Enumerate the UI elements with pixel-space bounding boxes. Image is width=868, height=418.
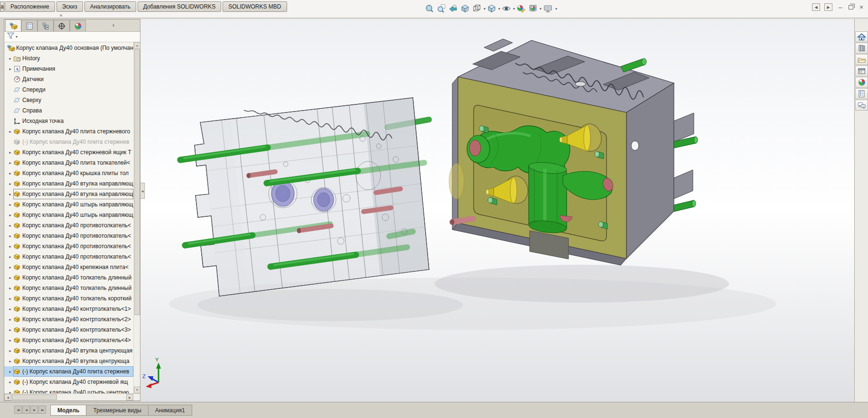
forum-icon[interactable] [855,100,868,111]
expand-arrow[interactable]: ▸ [7,349,13,353]
expand-arrow[interactable]: ▸ [7,297,13,301]
tree-item[interactable]: ▸Корпус клапана Ду40 противотолкатель< [4,251,133,262]
appearances-scenes-icon[interactable] [855,77,868,88]
filter-icon[interactable] [7,32,15,41]
collapse-pane-left-button[interactable]: ◀ [812,3,820,11]
tree-item[interactable]: ▸History [4,53,133,64]
tree-item[interactable]: ▸Корпус клапана Ду40 крепежная плита< [4,262,133,272]
tree-item[interactable]: ▸Корпус клапана Ду40 штырь направляющ [4,210,133,220]
tree-item[interactable]: ▸Корпус клапана Ду40 плита толкателей< [4,158,133,168]
previous-tab-button[interactable]: ◀ [22,406,30,414]
tab-featuremanager[interactable] [5,19,21,31]
display-style-dropdown[interactable]: ▾ [498,7,500,11]
tree-item[interactable]: ▸Корпус клапана Ду40 контртолкатель<4> [4,335,133,345]
zoom-to-area-icon[interactable] [436,3,447,14]
expand-arrow[interactable]: ▸ [7,317,13,322]
expand-arrow[interactable]: ▸ [7,203,13,207]
commandmanager-handle-dot[interactable] [60,14,62,17]
close-button[interactable]: × [858,4,865,10]
graphics-viewport[interactable]: Y Z ◀ [140,19,854,402]
tab-3d-views[interactable]: Трехмерные виды [86,405,148,416]
file-explorer-icon[interactable] [855,65,868,76]
tab-animation1[interactable]: Анимация1 [149,405,192,416]
expand-arrow[interactable]: ▸ [7,150,13,155]
tree-item[interactable]: Спереди [4,84,133,95]
zoom-to-fit-icon[interactable] [424,3,435,14]
tree-item[interactable]: ▸Корпус клапана Ду40 втулка направляющ [4,189,133,199]
menu-tab-evaluate[interactable]: Анализировать [84,1,136,12]
menu-tab-addins[interactable]: Добавления SOLIDWORKS [138,1,222,12]
tree-item[interactable]: ▸Корпус клапана Ду40 крышка плиты тол [4,168,133,178]
design-library-icon[interactable] [855,54,868,65]
scroll-thumb-horizontal[interactable] [12,394,57,400]
scroll-down-button[interactable]: ▼ [134,387,140,393]
expand-arrow[interactable]: ▸ [7,276,13,280]
expand-arrow[interactable]: ▸ [7,255,13,259]
expand-arrow[interactable]: ▸ [7,265,13,269]
scroll-thumb[interactable] [134,49,140,315]
minimize-button[interactable]: – [837,4,844,10]
tree-item[interactable]: ▸Корпус клапана Ду40 контртолкатель<3> [4,325,133,335]
tree-item[interactable]: ▸(-) Корпус клапана Ду40 штырь центрую [4,387,133,393]
hide-show-items-icon[interactable] [501,3,512,14]
scroll-right-button[interactable]: ▶ [126,394,133,400]
tree-item[interactable]: ▸(-) Корпус клапана Ду40 стержневой ящ [4,377,133,387]
tree-item[interactable]: ▸Корпус клапана Ду40 втулка центрующа [4,356,133,366]
collapse-pane-right-button[interactable]: ▶ [824,3,832,11]
tree-root-item[interactable]: Корпус клапана Ду40 основная (По умолчан [4,43,133,53]
tree-item[interactable]: ▸Корпус клапана Ду40 стержневой ящик Т [4,147,133,158]
tab-propertymanager[interactable] [21,20,37,31]
tree-item[interactable]: Справа [4,105,133,116]
menu-tab-sketch[interactable]: Эскиз [56,1,83,12]
tree-item[interactable]: ▸Корпус клапана Ду40 контртолкатель<1> [4,304,133,314]
menu-tab-partial[interactable]: а [0,1,4,12]
tree-item[interactable]: ▸Корпус клапана Ду40 противотолкатель< [4,241,133,251]
edit-appearance-icon[interactable] [515,3,527,14]
expand-arrow[interactable]: ▸ [7,244,13,249]
scroll-up-button[interactable]: ▲ [134,42,140,49]
tree-item[interactable]: ▸Корпус клапана Ду40 штырь направляющ [4,199,133,210]
tree-horizontal-scrollbar[interactable]: ◀ ▶ [4,393,140,400]
tree-item[interactable]: ▸AПримечания [4,64,133,74]
panel-collapse-handle[interactable]: ◀ [140,183,145,199]
hide-show-items-dropdown[interactable]: ▾ [513,7,515,11]
custom-properties-icon[interactable] [855,88,868,99]
expand-arrow[interactable]: ▸ [7,67,13,71]
expand-arrow[interactable]: ▸ [7,130,13,134]
tab-displaymanager[interactable] [70,20,86,31]
tab-dimxpertmanager[interactable] [54,20,70,31]
previous-view-icon[interactable] [448,3,459,14]
panel-tabs-expand-icon[interactable]: › [112,22,114,28]
tab-configurationmanager[interactable] [37,20,54,31]
tree-item[interactable]: Сверху [4,95,133,105]
tree-item[interactable]: ▸Корпус клапана Ду40 противотолкатель< [4,220,133,231]
tree-item[interactable]: ▸Корпус клапана Ду40 толкатель короткий [4,293,133,304]
scroll-left-button[interactable]: ◀ [4,394,11,400]
expand-arrow[interactable]: ▸ [7,234,13,238]
expand-arrow[interactable]: ▸ [7,223,13,228]
tree-item[interactable]: ▸Корпус клапана Ду40 плита стержневого [4,126,133,137]
tree-item[interactable]: ▸Корпус клапана Ду40 втулка направляющ [4,178,133,189]
view-orientation-icon[interactable] [471,3,483,14]
expand-arrow[interactable]: ▸ [7,182,13,186]
filter-dropdown-icon[interactable]: ▾ [16,35,18,39]
expand-arrow[interactable]: ▸ [7,370,13,374]
first-tab-button[interactable]: |◀ [14,406,22,414]
expand-arrow[interactable]: ▸ [7,338,13,343]
menu-tab-layout[interactable]: Расположение [5,1,55,12]
expand-arrow[interactable]: ▸ [7,359,13,363]
apply-scene-dropdown[interactable]: ▾ [540,7,541,11]
expand-arrow[interactable]: ▸ [7,307,13,311]
view-settings-icon[interactable] [542,3,554,14]
expand-arrow[interactable]: ▸ [7,213,13,217]
tree-item[interactable]: ▸Корпус клапана Ду40 контртолкатель<2> [4,314,133,325]
tree-item[interactable]: ▸Корпус клапана Ду40 толкатель длинный [4,272,133,283]
last-tab-button[interactable]: ▶| [38,406,46,414]
expand-arrow[interactable]: ▸ [7,192,13,196]
expand-arrow[interactable]: ▸ [7,56,13,61]
expand-arrow[interactable]: ▸ [7,161,13,165]
view-orientation-dropdown[interactable]: ▾ [484,7,485,11]
expand-arrow[interactable]: ▸ [7,380,13,384]
tree-item[interactable]: ▸(-) Корпус клапана Ду40 плита стержнев [4,366,133,377]
tree-item[interactable]: ▸Корпус клапана Ду40 толкатель длинный [4,283,133,293]
